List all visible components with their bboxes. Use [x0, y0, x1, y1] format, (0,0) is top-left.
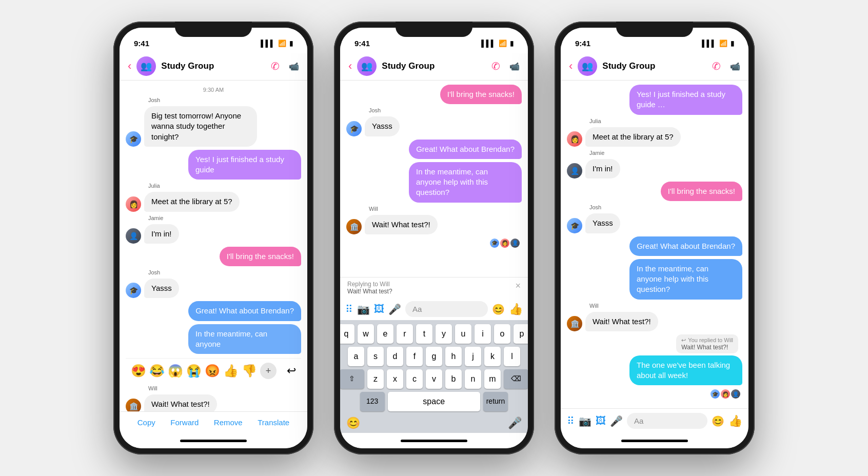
key-t[interactable]: t [416, 324, 432, 344]
bubble-jamie-3[interactable]: I'm in! [585, 159, 620, 179]
keyboard-2[interactable]: q w e r t y u i o p a s d f g h j k l [340, 320, 528, 433]
emoji-icon-2[interactable]: 😊 [492, 303, 505, 315]
key-y[interactable]: y [436, 324, 452, 344]
key-a[interactable]: a [348, 347, 364, 366]
mic-icon-3[interactable]: 🎤 [610, 415, 623, 427]
chat-title-1[interactable]: Study Group [161, 61, 266, 71]
send-like-button-2[interactable]: 👍 [509, 303, 523, 316]
bubble-jamie-1[interactable]: I'm in! [144, 224, 179, 244]
key-k[interactable]: k [484, 347, 501, 366]
message-input-3[interactable]: Aa [627, 413, 707, 429]
back-button-2[interactable]: ‹ [348, 60, 352, 73]
key-w[interactable]: w [358, 324, 374, 344]
send-like-button-3[interactable]: 👍 [728, 414, 742, 428]
bubble-brendan-1[interactable]: Great! What about Brendan? [188, 301, 301, 321]
key-l[interactable]: l [504, 347, 520, 366]
camera-icon-3[interactable]: 📷 [579, 415, 591, 427]
bubble-josh-1[interactable]: Big test tomorrow! Anyone wanna study to… [144, 106, 257, 147]
kb-mic-icon[interactable]: 🎤 [508, 417, 522, 430]
key-v[interactable]: v [426, 369, 442, 389]
message-input-2[interactable]: Aa [405, 301, 488, 317]
key-m[interactable]: m [484, 369, 501, 389]
reaction-laugh[interactable]: 😂 [149, 364, 165, 378]
bubble-julia-3[interactable]: Meet at the library at 5? [585, 127, 681, 147]
bubble-will-3[interactable]: Wait! What test?! [585, 312, 658, 331]
bubble-snacks-1[interactable]: I'll bring the snacks! [220, 247, 301, 266]
key-u[interactable]: u [455, 324, 471, 344]
key-p[interactable]: p [514, 324, 528, 344]
reaction-angry[interactable]: 😡 [205, 364, 220, 378]
emoji-icon-3[interactable]: 😊 [712, 415, 724, 427]
copy-button[interactable]: Copy [137, 418, 155, 427]
key-123[interactable]: 123 [360, 392, 385, 411]
bubble-brendan-2[interactable]: Great! What about Brendan? [409, 140, 522, 159]
reaction-plus-button[interactable]: + [260, 363, 277, 379]
bubble-out-1[interactable]: Yes! I just finished a study guide [188, 150, 301, 180]
key-n[interactable]: n [465, 369, 481, 389]
reaction-thumbsup[interactable]: 👍 [223, 364, 239, 378]
video-icon-1[interactable]: 📹 [289, 62, 299, 71]
key-e[interactable]: e [377, 324, 393, 344]
chat-title-3[interactable]: Study Group [602, 61, 707, 71]
dots-icon-2[interactable]: ⠿ [345, 303, 353, 315]
key-f[interactable]: f [406, 347, 423, 366]
remove-button[interactable]: Remove [214, 418, 243, 427]
translate-button[interactable]: Translate [258, 418, 289, 427]
mic-icon-2[interactable]: 🎤 [388, 303, 401, 315]
key-s[interactable]: s [367, 347, 384, 366]
bubble-brendan-3[interactable]: Great! What about Brendan? [629, 236, 742, 256]
key-i[interactable]: i [475, 324, 491, 344]
phone-icon-1[interactable]: ✆ [271, 60, 280, 72]
bubble-meantime-3[interactable]: In the meantime, can anyone help with th… [629, 259, 742, 300]
bubble-snacks-2[interactable]: I'll bring the snacks! [440, 85, 522, 104]
dots-icon-3[interactable]: ⠿ [567, 415, 575, 427]
bubble-julia-1[interactable]: Meet at the library at 5? [144, 192, 240, 211]
bubble-meantime-1[interactable]: In the meantime, can anyone [188, 324, 301, 354]
key-c[interactable]: c [406, 369, 423, 389]
reply-close-button[interactable]: × [515, 281, 521, 291]
back-button-3[interactable]: ‹ [569, 60, 573, 73]
back-button-1[interactable]: ‹ [128, 60, 131, 73]
key-backspace[interactable]: ⌫ [504, 369, 528, 389]
key-j[interactable]: j [465, 347, 481, 366]
phone-icon-3[interactable]: ✆ [712, 60, 721, 72]
kb-emoji-icon[interactable]: 😊 [346, 417, 360, 430]
bubble-will-1[interactable]: Wait! What test?! [144, 394, 217, 411]
key-d[interactable]: d [387, 347, 403, 366]
key-x[interactable]: x [387, 369, 403, 389]
chat-title-2[interactable]: Study Group [382, 61, 486, 71]
bubble-meantime-2[interactable]: In the meantime, can anyone help with th… [409, 162, 522, 203]
bubble-yasss-2[interactable]: Yasss [365, 116, 400, 136]
key-b[interactable]: b [445, 369, 462, 389]
video-icon-2[interactable]: 📹 [509, 62, 520, 71]
reaction-thumbsdown[interactable]: 👎 [242, 364, 257, 378]
group-avatar-2[interactable]: 👥 [357, 56, 377, 76]
bubble-guide-3[interactable]: Yes! I just finished a study guide … [629, 85, 742, 115]
key-z[interactable]: z [367, 369, 384, 389]
gallery-icon-3[interactable]: 🖼 [596, 415, 606, 427]
reaction-cry[interactable]: 😭 [186, 364, 202, 378]
group-avatar-1[interactable]: 👥 [136, 56, 156, 76]
camera-icon-2[interactable]: 📷 [357, 303, 370, 315]
key-r[interactable]: r [397, 324, 413, 344]
reaction-shock[interactable]: 😱 [168, 364, 183, 378]
bubble-will-2[interactable]: Wait! What test?! [365, 215, 438, 234]
reaction-more-button[interactable]: ↩ [287, 364, 296, 378]
forward-button[interactable]: Forward [170, 418, 199, 427]
key-q[interactable]: q [340, 324, 354, 344]
bubble-yasss-1[interactable]: Yasss [144, 279, 179, 298]
key-shift[interactable]: ⇧ [340, 369, 364, 389]
phone-icon-2[interactable]: ✆ [491, 60, 500, 72]
group-avatar-3[interactable]: 👥 [578, 56, 597, 76]
video-icon-3[interactable]: 📹 [730, 62, 740, 71]
key-o[interactable]: o [494, 324, 510, 344]
key-g[interactable]: g [426, 347, 442, 366]
key-return[interactable]: return [483, 392, 508, 411]
bubble-yasss-3[interactable]: Yasss [585, 213, 620, 233]
bubble-snacks-3[interactable]: I'll bring the snacks! [661, 182, 742, 201]
bubble-cyan-3[interactable]: The one we've been talking about all wee… [629, 355, 742, 386]
reaction-love[interactable]: 😍 [131, 364, 146, 378]
gallery-icon-2[interactable]: 🖼 [374, 303, 384, 315]
key-space[interactable]: space [388, 392, 480, 411]
key-h[interactable]: h [445, 347, 462, 366]
